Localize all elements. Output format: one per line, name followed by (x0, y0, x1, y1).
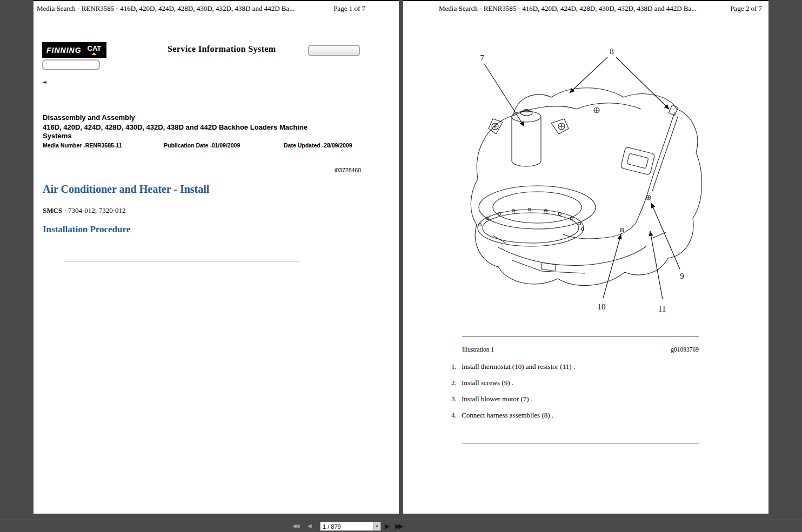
finning-cat-logo: FINNING CAT (42, 42, 106, 58)
step-row: 2. Install screws (9) . (451, 379, 705, 387)
page-number-input[interactable] (320, 522, 373, 530)
illustration-figure-id: g01093769 (671, 346, 699, 353)
harness-wires (563, 105, 678, 239)
step-number: 4. (451, 411, 460, 420)
step-number: 2. (451, 379, 460, 387)
search-input[interactable] (42, 59, 100, 70)
finning-wordmark: FINNING (46, 46, 82, 55)
callout-label-10: 10 (598, 302, 606, 311)
mounting-brackets (489, 107, 599, 134)
blower-motor (512, 110, 541, 167)
last-page-button[interactable]: ▶▶ (395, 522, 402, 530)
print-header-title: Media Search - RENR3585 - 416D, 420D, 42… (37, 4, 295, 13)
print-header-title: Media Search - RENR3585 - 416D, 420D, 42… (439, 4, 697, 13)
previous-page-button[interactable]: ◀ (308, 523, 312, 529)
section-title: Disassembly and Assembly (43, 113, 135, 122)
section-subtitle: 416D, 420D, 424D, 428D, 430D, 432D, 438D… (43, 123, 367, 140)
page-number-box: ▾ (320, 522, 381, 531)
installation-steps: 1. Install thermostat (10) and resistor … (451, 362, 705, 420)
callout-leader-lines (484, 57, 680, 299)
smcs-label: SMCS (43, 206, 62, 214)
header-button[interactable] (308, 45, 360, 56)
document-page-1: Media Search - RENR3585 - 416D, 420D, 42… (34, 0, 399, 514)
callout-label-8: 8 (610, 47, 614, 56)
publication-date: Publication Date -01/09/2009 (164, 142, 240, 149)
divider (462, 336, 699, 336)
cat-logo: CAT (86, 44, 103, 56)
step-number: 1. (451, 362, 460, 371)
step-row: 3. Install blower motor (7) . (451, 395, 705, 403)
first-page-button[interactable]: ◀◀ (292, 523, 298, 529)
document-page-2: Media Search - RENR3585 - 416D, 420D, 42… (403, 0, 768, 514)
media-number: Media Number -RENR3585-11 (43, 142, 122, 149)
blower-assembly-illustration: 7 8 9 10 11 (460, 46, 716, 341)
step-number: 3. (451, 395, 460, 403)
divider (462, 443, 699, 443)
callout-label-9: 9 (680, 272, 684, 280)
step-text: Install blower motor (7) . (460, 395, 532, 403)
section-subtitle-line1: 416D, 420D, 424D, 428D, 430D, 432D, 438D… (43, 123, 367, 132)
smcs-codes: - 7304-012; 7320-012 (62, 206, 125, 214)
sis-title: Service Information System (168, 44, 276, 54)
section-subtitle-line2: Systems (43, 132, 367, 140)
cursor-arrow-icon: ◄ (42, 79, 46, 85)
page-number-dropdown-button[interactable]: ▾ (373, 522, 380, 530)
illustration-caption-row: Illustration 1 g01093769 (462, 346, 699, 353)
callout-label-11: 11 (658, 305, 666, 313)
smcs-line: SMCS - 7304-012; 7320-012 (43, 206, 125, 215)
cat-triangle-icon (91, 52, 97, 55)
cat-wordmark: CAT (88, 44, 102, 52)
screws (620, 196, 651, 232)
step-text: Connect harness assemblies (8) . (460, 411, 553, 420)
procedure-heading: Installation Procedure (43, 224, 130, 235)
print-header-page-label: Page 1 of 7 (333, 4, 365, 13)
document-id: i03728460 (335, 167, 361, 173)
illustration-caption: Illustration 1 (462, 346, 494, 353)
housing-outline (471, 88, 701, 286)
resistor-block (620, 147, 655, 175)
step-row: 1. Install thermostat (10) and resistor … (451, 362, 705, 371)
print-header-page-label: Page 2 of 7 (730, 4, 762, 13)
step-text: Install screws (9) . (460, 379, 513, 387)
viewer-toolbar: ◀◀ ◀ ▾ ▶ ▶▶ 89. (0, 520, 802, 532)
article-title: Air Conditioner and Heater - Install (43, 183, 209, 196)
divider (64, 261, 299, 261)
next-page-button[interactable]: ▶ (385, 522, 390, 530)
step-row: 4. Connect harness assemblies (8) . (451, 411, 705, 420)
step-text: Install thermostat (10) and resistor (11… (460, 362, 575, 371)
date-updated: Date Updated -28/09/2009 (284, 142, 352, 149)
callout-label-7: 7 (480, 53, 484, 62)
